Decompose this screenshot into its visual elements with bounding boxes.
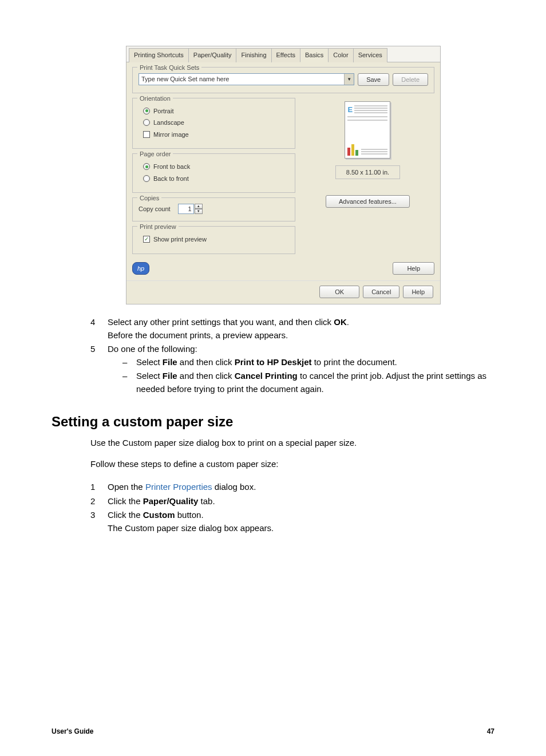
- chevron-down-icon[interactable]: ▼: [344, 74, 354, 85]
- printer-properties-dialog: Printing Shortcuts Paper/Quality Finishi…: [126, 46, 441, 304]
- section-heading: Setting a custom paper size: [52, 411, 494, 432]
- copies-legend: Copies: [137, 193, 161, 203]
- step-number: 3: [90, 509, 108, 535]
- page-order-legend: Page order: [137, 149, 173, 159]
- step-3-line2: The Custom paper size dialog box appears…: [108, 523, 274, 533]
- print-preview-legend: Print preview: [137, 222, 179, 232]
- stepper-down-icon[interactable]: ▼: [195, 209, 203, 214]
- paper-dimensions-label: 8.50 x 11.00 in.: [335, 165, 400, 180]
- tab-panel-basics: Print Task Quick Sets Type new Quick Set…: [126, 62, 440, 281]
- page-order-group: Page order Front to back Back to front: [132, 153, 295, 193]
- radio-icon: [143, 119, 150, 126]
- page-order-back-to-front-radio[interactable]: Back to front: [143, 174, 289, 184]
- orientation-landscape-radio[interactable]: Landscape: [143, 118, 289, 128]
- ok-button[interactable]: OK: [319, 286, 359, 298]
- step-4-line1: Select any other print settings that you…: [108, 317, 349, 327]
- step-number: 4: [90, 316, 108, 342]
- orientation-legend: Orientation: [137, 94, 173, 104]
- front-to-back-label: Front to back: [153, 162, 190, 172]
- step-5-bullet-2: Select File and then click Cancel Printi…: [136, 370, 494, 395]
- preview-letter-icon: E: [347, 104, 353, 116]
- copy-count-label: Copy count: [139, 205, 171, 212]
- tab-basics[interactable]: Basics: [300, 48, 329, 62]
- checkbox-icon: ✓: [143, 236, 150, 243]
- tab-services[interactable]: Services: [353, 48, 387, 62]
- paragraph-1: Use the Custom paper size dialog box to …: [90, 437, 494, 450]
- page-order-front-to-back-radio[interactable]: Front to back: [143, 162, 289, 172]
- show-print-preview-label: Show print preview: [153, 235, 207, 244]
- radio-icon: [143, 163, 150, 170]
- print-preview-group: Print preview ✓ Show print preview: [132, 226, 295, 254]
- paragraph-2: Follow these steps to define a custom pa…: [90, 458, 494, 471]
- delete-button: Delete: [393, 73, 428, 86]
- hp-logo-icon: hp: [132, 262, 149, 275]
- tab-color[interactable]: Color: [328, 48, 353, 62]
- copy-count-input[interactable]: 1: [178, 204, 194, 214]
- radio-icon: [143, 108, 150, 114]
- doc-content: 4 Select any other print settings that y…: [52, 316, 494, 397]
- dialog-button-row: OK Cancel Help: [126, 280, 440, 304]
- step-2-text: Click the Paper/Quality tab.: [108, 495, 494, 508]
- quicksets-legend: Print Task Quick Sets: [137, 63, 201, 73]
- footer-page-number: 47: [487, 726, 494, 737]
- tab-help-button[interactable]: Help: [393, 262, 434, 275]
- printer-properties-link[interactable]: Printer Properties: [145, 482, 212, 492]
- preview-chart-icon: [347, 142, 387, 156]
- orientation-portrait-radio[interactable]: Portrait: [143, 106, 289, 116]
- step-number: 5: [90, 343, 108, 397]
- orientation-landscape-label: Landscape: [153, 118, 184, 128]
- step-number: 2: [90, 495, 108, 508]
- save-button[interactable]: Save: [358, 73, 389, 86]
- checkbox-icon: [143, 131, 150, 138]
- quickset-name-combo[interactable]: Type new Quick Set name here ▼: [139, 73, 354, 85]
- show-print-preview-checkbox[interactable]: ✓ Show print preview: [143, 235, 289, 244]
- back-to-front-label: Back to front: [153, 174, 189, 184]
- cancel-button[interactable]: Cancel: [363, 286, 399, 298]
- step-number: 1: [90, 481, 108, 494]
- dialog-help-button[interactable]: Help: [403, 286, 433, 298]
- tab-printing-shortcuts[interactable]: Printing Shortcuts: [129, 48, 189, 62]
- mirror-image-label: Mirror image: [153, 130, 189, 140]
- tab-finishing[interactable]: Finishing: [236, 48, 271, 62]
- step-5-bullet-1: Select File and then click Print to HP D…: [136, 356, 397, 369]
- step-1-text: Open the Printer Properties dialog box.: [108, 481, 494, 494]
- mirror-image-checkbox[interactable]: Mirror image: [143, 130, 289, 140]
- copy-count-stepper[interactable]: 1 ▲ ▼: [178, 204, 203, 214]
- step-3-line1: Click the Custom button.: [108, 510, 204, 520]
- tab-effects[interactable]: Effects: [271, 48, 300, 62]
- quickset-name-input[interactable]: Type new Quick Set name here: [141, 74, 229, 84]
- page-footer: User's Guide 47: [52, 726, 494, 737]
- orientation-portrait-label: Portrait: [153, 106, 173, 116]
- tab-strip: Printing Shortcuts Paper/Quality Finishi…: [126, 46, 440, 62]
- step-4-line2: Before the document prints, a preview ap…: [108, 330, 288, 340]
- page-preview-thumbnail: E: [345, 101, 390, 159]
- radio-icon: [143, 175, 150, 182]
- step-5-intro: Do one of the following:: [108, 344, 197, 354]
- copies-group: Copies Copy count 1 ▲ ▼: [132, 197, 295, 221]
- stepper-up-icon[interactable]: ▲: [195, 204, 203, 209]
- footer-left: User's Guide: [52, 726, 94, 737]
- advanced-features-button[interactable]: Advanced features...: [326, 195, 410, 208]
- quicksets-group: Print Task Quick Sets Type new Quick Set…: [132, 67, 434, 93]
- tab-paper-quality[interactable]: Paper/Quality: [188, 48, 237, 62]
- right-column: E: [301, 98, 434, 259]
- orientation-group: Orientation Portrait Landscape Mirror im…: [132, 98, 295, 149]
